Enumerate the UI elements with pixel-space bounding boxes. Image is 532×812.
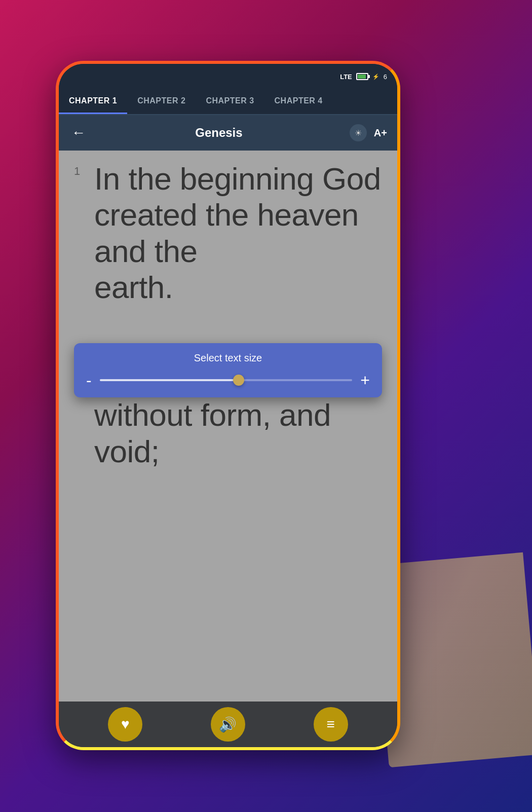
lte-label: LTE — [340, 73, 352, 81]
verse-1: 1 In the beginning God created the heave… — [74, 161, 382, 305]
phone-frame: LTE ⚡ 6 CHAPTER 1 CHAPTER 2 CHAPTER 3 CH… — [56, 61, 400, 750]
audio-button[interactable]: 🔊 — [211, 707, 245, 742]
theme-icon: ☀ — [355, 128, 362, 138]
battery-percent: 6 — [384, 73, 387, 81]
verse-text-1: In the beginning God created the heaven … — [94, 161, 382, 305]
verse-number-1: 1 — [74, 161, 94, 178]
font-decrease-button[interactable]: - — [86, 372, 92, 388]
back-button[interactable]: ← — [69, 122, 88, 143]
lightning-icon: ⚡ — [372, 73, 379, 80]
font-size-button[interactable]: A+ — [374, 127, 387, 139]
tab-chapter-1[interactable]: CHAPTER 1 — [59, 89, 127, 114]
battery-icon — [356, 73, 368, 80]
theme-toggle-button[interactable]: ☀ — [350, 124, 367, 141]
font-increase-button[interactable]: + — [360, 372, 370, 388]
app-header: ← Genesis ☀ A+ — [59, 115, 397, 151]
slider-row: - + — [86, 372, 370, 388]
page-title: Genesis — [195, 126, 242, 140]
tab-chapter-2[interactable]: CHAPTER 2 — [127, 89, 196, 114]
list-button[interactable]: ≡ — [314, 707, 348, 742]
battery-fill — [358, 75, 366, 79]
list-icon: ≡ — [326, 716, 334, 732]
tab-chapter-4[interactable]: CHAPTER 4 — [264, 89, 333, 114]
favorite-button[interactable]: ♥ — [108, 707, 142, 742]
bottom-nav: ♥ 🔊 ≡ — [59, 702, 397, 747]
slider-fill — [100, 379, 239, 381]
tab-chapter-3[interactable]: CHAPTER 3 — [196, 89, 264, 114]
header-actions: ☀ A+ — [350, 124, 387, 141]
text-size-popup: Select text size - + — [74, 343, 382, 397]
text-size-title: Select text size — [86, 352, 370, 364]
font-size-slider[interactable] — [100, 379, 353, 381]
heart-icon: ♥ — [121, 716, 130, 732]
sound-icon: 🔊 — [219, 716, 237, 733]
content-area: 1 In the beginning God created the heave… — [59, 151, 397, 702]
chapter-tabs: CHAPTER 1 CHAPTER 2 CHAPTER 3 CHAPTER 4 — [59, 89, 397, 115]
slider-thumb[interactable] — [233, 375, 244, 386]
status-bar: LTE ⚡ 6 — [59, 64, 397, 89]
verse-container: 1 In the beginning God created the heave… — [59, 151, 397, 330]
